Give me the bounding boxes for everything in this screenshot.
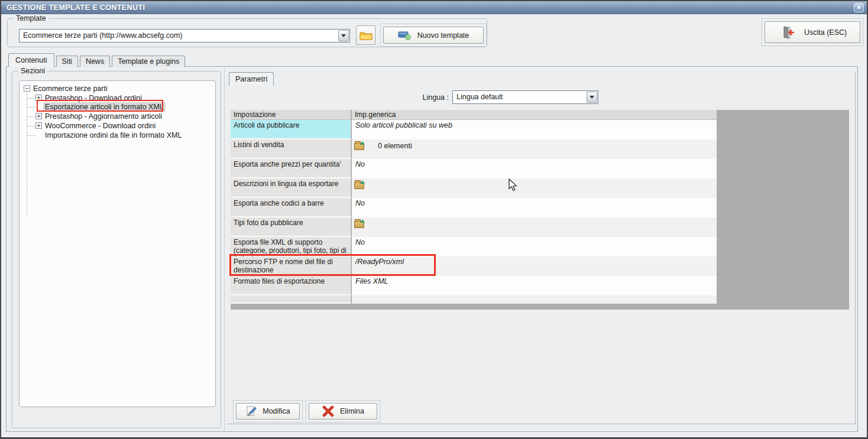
- edit-button-frame: Modifica: [233, 400, 303, 422]
- tree-item-label[interactable]: Importazione ordini da file in formato X…: [43, 131, 183, 140]
- template-group-label: Template: [14, 14, 48, 22]
- edit-pencil-icon: [245, 405, 257, 417]
- value-cell[interactable]: No: [352, 159, 717, 178]
- value-cell[interactable]: /ReadyPro/xml: [352, 256, 717, 276]
- tree-connector-stub: [27, 135, 35, 136]
- setting-cell[interactable]: Articoli da pubblicare: [231, 120, 351, 139]
- grid-header-setting[interactable]: Impostazione: [231, 110, 351, 120]
- main-tabbar: Contenuti Siti News Template e plugins: [8, 53, 185, 67]
- setting-cell[interactable]: Formato files di esportazione: [231, 276, 351, 295]
- tree-item-label[interactable]: Esportazione articoli in formato XML: [43, 102, 166, 112]
- setting-cell[interactable]: Esporta anche codici a barre: [231, 198, 351, 217]
- grid-header-generic[interactable]: Imp.generica: [352, 110, 717, 120]
- new-template-button[interactable]: Nuovo template: [383, 27, 484, 44]
- value-cell[interactable]: [352, 178, 717, 198]
- setting-cell[interactable]: Tipi foto da pubblicare: [231, 217, 351, 237]
- titlebar[interactable]: GESTIONE TEMPLATE E CONTENUTI: [1, 1, 867, 14]
- value-cell[interactable]: No: [352, 198, 717, 217]
- panel-divider: [224, 67, 225, 431]
- folder-open-icon[interactable]: [354, 180, 365, 188]
- chevron-down-icon[interactable]: [587, 92, 597, 103]
- sections-group-label: Sezioni: [18, 67, 47, 75]
- parameters-grid: Impostazione Imp.generica Articoli da pu…: [231, 110, 849, 310]
- grid-row[interactable]: Esporta anche prezzi per quantita' No: [231, 159, 717, 178]
- delete-button-frame: Elimina: [306, 400, 380, 422]
- grid-row[interactable]: Esporta anche codici a barre No: [231, 198, 717, 217]
- tab-news[interactable]: News: [80, 56, 110, 67]
- close-button[interactable]: ✕: [854, 3, 864, 12]
- expand-plus-icon[interactable]: [35, 122, 42, 129]
- value-cell[interactable]: [352, 217, 717, 237]
- grid-row[interactable]: Articoli da pubblicare Solo articoli pub…: [231, 120, 717, 139]
- lingua-combobox[interactable]: Lingua default: [452, 90, 598, 104]
- sections-tree[interactable]: Ecommerce terze parti Prestashop - Downl…: [19, 80, 216, 407]
- exit-label: Uscita (ESC): [804, 28, 847, 37]
- setting-cell-empty: [231, 295, 351, 304]
- grid-row[interactable]: Tipi foto da pubblicare: [231, 217, 717, 237]
- setting-cell[interactable]: Esporta file XML di supporto (categorie,…: [231, 237, 351, 256]
- open-template-folder-button[interactable]: [356, 25, 375, 45]
- new-template-label: Nuovo template: [417, 31, 469, 40]
- setting-cell[interactable]: Descrizioni in lingua da esportare: [231, 178, 351, 198]
- tree-connector-stub: [27, 116, 35, 117]
- setting-cell[interactable]: Listini di vendita: [231, 139, 351, 159]
- lingua-label: Lingua :: [409, 93, 449, 102]
- exit-button[interactable]: Uscita (ESC): [765, 21, 860, 43]
- exit-door-icon: [780, 26, 795, 39]
- setting-cell[interactable]: Esporta anche prezzi per quantita': [231, 159, 351, 178]
- exit-button-frame: Uscita (ESC): [762, 18, 863, 46]
- new-template-button-frame: Nuovo template: [380, 24, 487, 47]
- folder-open-icon[interactable]: [354, 141, 365, 149]
- tree-item-label[interactable]: Prestashop - Aggiornamento articoli: [43, 112, 164, 121]
- grid-row-empty: [231, 295, 717, 304]
- tree-item-label[interactable]: Ecommerce terze parti: [31, 84, 109, 93]
- setting-cell[interactable]: Percorso FTP e nome del file di destinaz…: [231, 256, 351, 276]
- dialog-window: GESTIONE TEMPLATE E CONTENUTI ✕ Template…: [0, 0, 868, 439]
- delete-button[interactable]: Elimina: [309, 403, 377, 420]
- tree-connector-line: [27, 90, 27, 214]
- expand-plus-icon[interactable]: [35, 95, 42, 101]
- grid-row[interactable]: Descrizioni in lingua da esportare: [231, 178, 717, 198]
- new-template-icon: [398, 31, 412, 40]
- panel-right-border: [855, 72, 856, 424]
- grid-row[interactable]: Formato files di esportazione Files XML: [231, 276, 717, 295]
- value-cell[interactable]: Files XML: [352, 276, 717, 295]
- expand-plus-icon[interactable]: [35, 113, 42, 119]
- lingua-combobox-value: Lingua default: [456, 91, 585, 103]
- delete-x-icon: [322, 405, 335, 417]
- tab-siti[interactable]: Siti: [56, 56, 78, 67]
- value-cell[interactable]: No: [352, 237, 717, 256]
- tab-contenuti[interactable]: Contenuti: [8, 53, 54, 67]
- collapse-minus-icon[interactable]: [24, 85, 30, 92]
- close-icon: ✕: [856, 5, 861, 11]
- grid-row[interactable]: Listini di vendita 0 elementi: [231, 139, 717, 159]
- grid-row-ftp[interactable]: Percorso FTP e nome del file di destinaz…: [231, 256, 717, 276]
- template-combobox[interactable]: Ecommerce terze parti (http://www.abcsef…: [19, 29, 350, 43]
- tab-template-plugins[interactable]: Template e plugins: [112, 56, 185, 67]
- tree-connector-stub: [27, 98, 35, 99]
- tree-connector-stub: [27, 107, 35, 108]
- chevron-down-icon[interactable]: [338, 30, 349, 41]
- folder-closed-icon: [359, 31, 373, 40]
- value-cell[interactable]: 0 elementi: [352, 139, 717, 159]
- value-cell-empty: [352, 295, 717, 304]
- tree-item-label[interactable]: Prestashop - Download ordini: [43, 93, 144, 103]
- grid-row[interactable]: Esporta file XML di supporto (categorie,…: [231, 237, 717, 256]
- window-title: GESTIONE TEMPLATE E CONTENUTI: [7, 1, 145, 14]
- delete-button-label: Elimina: [340, 407, 364, 415]
- folder-open-icon[interactable]: [354, 219, 365, 227]
- tree-item-label[interactable]: WooCommerce - Download ordini: [43, 121, 157, 131]
- tree-connector-stub: [27, 126, 35, 126]
- edit-button[interactable]: Modifica: [236, 403, 300, 420]
- value-cell[interactable]: Solo articoli pubblicati su web: [352, 120, 717, 139]
- edit-button-label: Modifica: [263, 407, 290, 415]
- tab-parametri[interactable]: Parametri: [229, 72, 274, 86]
- panel-bottom-border: [226, 424, 856, 424]
- template-combobox-value: Ecommerce terze parti (http://www.abcsef…: [23, 30, 336, 42]
